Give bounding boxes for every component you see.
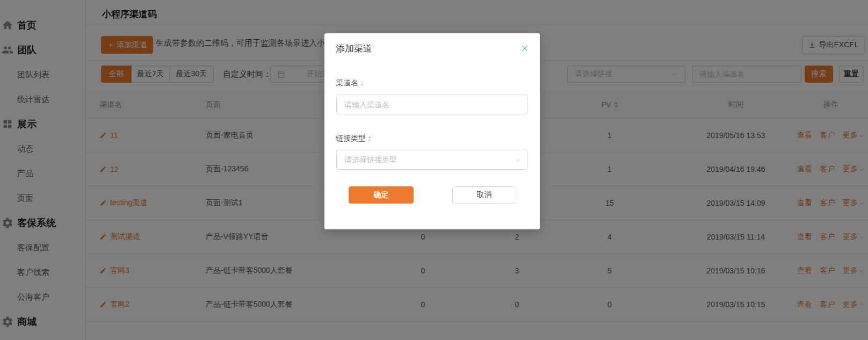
cancel-button[interactable]: 取消 (452, 186, 516, 204)
link-type-select[interactable]: 请选择链接类型 (336, 150, 528, 170)
modal-title: 添加渠道 (336, 42, 372, 55)
link-type-placeholder: 请选择链接类型 (344, 155, 515, 165)
chevron-down-icon (515, 157, 521, 163)
confirm-button[interactable]: 确定 (349, 186, 414, 204)
link-type-label: 链接类型： (336, 134, 373, 143)
channel-name-label: 渠道名： (336, 78, 366, 88)
modal-channel-name-input[interactable] (336, 95, 528, 114)
add-channel-modal: 添加渠道 渠道名： 链接类型： 请选择链接类型 确定 取消 (324, 33, 540, 229)
close-icon[interactable] (520, 44, 529, 53)
app-window: 首页 团队 团队列表 统计雷达 展示 动态 产品 页面 客保系统 客保 (0, 0, 868, 340)
